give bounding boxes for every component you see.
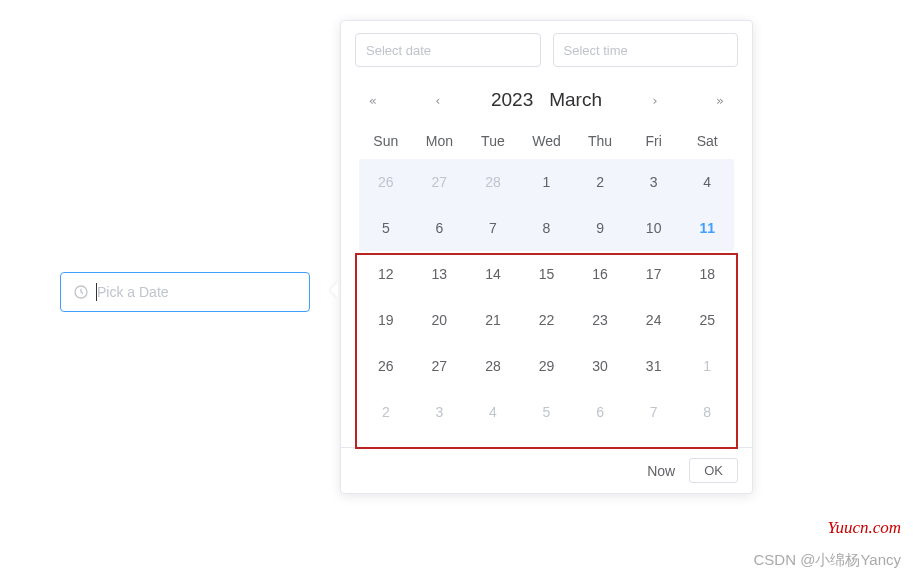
calendar-day[interactable]: 23 xyxy=(573,297,627,343)
select-date-input[interactable] xyxy=(366,43,530,58)
weekday-label: Sun xyxy=(359,133,413,149)
calendar-day[interactable]: 24 xyxy=(627,297,681,343)
prev-year-button[interactable]: « xyxy=(361,93,385,108)
watermark-grey: CSDN @小绵杨Yancy xyxy=(754,551,901,570)
calendar-year[interactable]: 2023 xyxy=(491,89,533,111)
calendar-day[interactable]: 8 xyxy=(520,205,574,251)
calendar-day[interactable]: 14 xyxy=(466,251,520,297)
next-year-button[interactable]: » xyxy=(708,93,732,108)
calendar-day[interactable]: 11 xyxy=(680,205,734,251)
calendar-day[interactable]: 12 xyxy=(359,251,413,297)
watermark-red: Yuucn.com xyxy=(827,518,901,538)
calendar-day[interactable]: 16 xyxy=(573,251,627,297)
next-month-button[interactable]: › xyxy=(643,93,667,108)
calendar-day[interactable]: 10 xyxy=(627,205,681,251)
weekday-label: Sat xyxy=(680,133,734,149)
calendar-day[interactable]: 2 xyxy=(573,159,627,205)
calendar-month[interactable]: March xyxy=(549,89,602,111)
calendar-day[interactable]: 8 xyxy=(680,389,734,435)
calendar-day[interactable]: 9 xyxy=(573,205,627,251)
calendar-day[interactable]: 15 xyxy=(520,251,574,297)
calendar-day[interactable]: 20 xyxy=(413,297,467,343)
calendar-day[interactable]: 25 xyxy=(680,297,734,343)
weekday-label: Thu xyxy=(573,133,627,149)
calendar-day[interactable]: 28 xyxy=(466,159,520,205)
prev-month-button[interactable]: ‹ xyxy=(426,93,450,108)
calendar-day[interactable]: 4 xyxy=(680,159,734,205)
popover-arrow xyxy=(330,282,338,298)
text-cursor xyxy=(96,283,97,301)
calendar-day[interactable]: 6 xyxy=(413,205,467,251)
date-input-wrapper[interactable] xyxy=(60,272,310,312)
calendar-day[interactable]: 5 xyxy=(520,389,574,435)
ok-button[interactable]: OK xyxy=(689,458,738,483)
calendar-day[interactable]: 18 xyxy=(680,251,734,297)
calendar-day[interactable]: 5 xyxy=(359,205,413,251)
calendar-footer: Now OK xyxy=(341,447,752,493)
calendar-day[interactable]: 21 xyxy=(466,297,520,343)
calendar-day[interactable]: 26 xyxy=(359,343,413,389)
calendar-header: « ‹ 2023 March › » xyxy=(341,75,752,121)
weekday-label: Wed xyxy=(520,133,574,149)
calendar-day[interactable]: 28 xyxy=(466,343,520,389)
calendar-day[interactable]: 27 xyxy=(413,159,467,205)
select-time-field[interactable] xyxy=(553,33,739,67)
weekday-row: Sun Mon Tue Wed Thu Fri Sat xyxy=(341,121,752,157)
calendar-day[interactable]: 6 xyxy=(573,389,627,435)
now-button[interactable]: Now xyxy=(647,463,675,479)
calendar-day[interactable]: 2 xyxy=(359,389,413,435)
select-date-field[interactable] xyxy=(355,33,541,67)
calendar-day[interactable]: 30 xyxy=(573,343,627,389)
calendar-day[interactable]: 3 xyxy=(627,159,681,205)
calendar-day[interactable]: 19 xyxy=(359,297,413,343)
calendar-day[interactable]: 22 xyxy=(520,297,574,343)
calendar-day[interactable]: 4 xyxy=(466,389,520,435)
calendar-day[interactable]: 7 xyxy=(466,205,520,251)
calendar-day[interactable]: 13 xyxy=(413,251,467,297)
weekday-label: Tue xyxy=(466,133,520,149)
calendar-day[interactable]: 27 xyxy=(413,343,467,389)
date-picker-popover: « ‹ 2023 March › » Sun Mon Tue Wed Thu F… xyxy=(340,20,753,494)
select-time-input[interactable] xyxy=(564,43,728,58)
date-input[interactable] xyxy=(97,284,297,300)
calendar-day[interactable]: 17 xyxy=(627,251,681,297)
calendar-day[interactable]: 29 xyxy=(520,343,574,389)
calendar-day[interactable]: 31 xyxy=(627,343,681,389)
clock-icon xyxy=(73,284,89,300)
calendar-day[interactable]: 7 xyxy=(627,389,681,435)
calendar-day[interactable]: 1 xyxy=(680,343,734,389)
calendar-grid: 2627281234567891011121314151617181920212… xyxy=(359,159,734,435)
weekday-label: Fri xyxy=(627,133,681,149)
calendar-day[interactable]: 26 xyxy=(359,159,413,205)
calendar-day[interactable]: 1 xyxy=(520,159,574,205)
weekday-label: Mon xyxy=(413,133,467,149)
calendar-day[interactable]: 3 xyxy=(413,389,467,435)
